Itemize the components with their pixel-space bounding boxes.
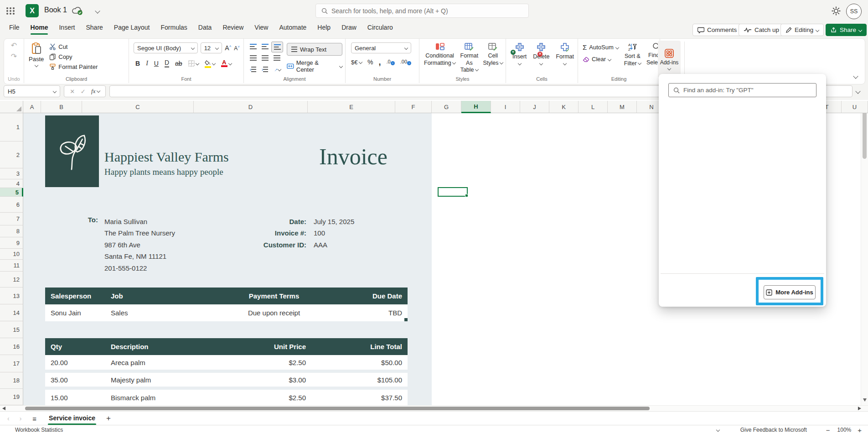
column-header-A[interactable]: A <box>23 101 41 113</box>
column-header-B[interactable]: B <box>41 101 82 113</box>
column-header-J[interactable]: J <box>520 101 549 113</box>
comments-button[interactable]: Comments <box>692 24 742 36</box>
row-header-12[interactable]: 12 <box>0 272 23 288</box>
conditional-formatting-button[interactable]: ConditionalFormatting <box>424 42 455 74</box>
row-header-8[interactable]: 8 <box>0 225 23 237</box>
insert-function-button[interactable]: fx <box>91 88 100 95</box>
selected-cell-h5[interactable] <box>438 187 468 197</box>
add-in-search-input[interactable]: Find an add-in: Try "GPT" <box>668 83 816 97</box>
global-search-input[interactable]: Search for tools, help, and more (Alt + … <box>315 4 529 18</box>
zoom-out-button[interactable]: − <box>826 426 830 434</box>
column-header-U[interactable]: U <box>842 101 868 113</box>
sheet-tab-service-invoice[interactable]: Service invoice <box>48 413 96 425</box>
menu-tab-page-layout[interactable]: Page Layout <box>108 21 155 34</box>
row-header-10[interactable]: 10 <box>0 249 23 260</box>
prev-sheet-arrow-icon[interactable]: ‹ <box>7 415 10 422</box>
status-bar-chevron-icon[interactable] <box>716 428 719 432</box>
shrink-font-icon[interactable]: A˅ <box>234 45 240 52</box>
column-header-D[interactable]: D <box>194 101 308 113</box>
more-add-ins-button[interactable]: More Add-ins <box>764 285 816 299</box>
vertical-scrollbar[interactable] <box>861 101 868 405</box>
paste-button[interactable]: Paste <box>29 42 44 70</box>
align-center-icon[interactable] <box>259 53 270 63</box>
menu-tab-review[interactable]: Review <box>217 21 249 34</box>
horizontal-scrollbar[interactable] <box>0 405 868 412</box>
menu-tab-draw[interactable]: Draw <box>336 21 362 34</box>
column-header-H[interactable]: H <box>461 101 491 113</box>
select-all-corner[interactable] <box>0 101 23 113</box>
row-header-6[interactable]: 6 <box>0 197 23 213</box>
add-ins-button[interactable]: Add-ins <box>658 41 681 78</box>
scroll-right-arrow-icon[interactable] <box>858 407 861 410</box>
currency-format-button[interactable]: $€ <box>351 59 362 66</box>
copy-button[interactable]: Copy <box>49 53 98 60</box>
excel-logo-icon[interactable]: X <box>26 4 39 17</box>
row-header-11[interactable]: 11 <box>0 260 23 272</box>
column-header-I[interactable]: I <box>491 101 520 113</box>
menu-tab-data[interactable]: Data <box>193 21 217 34</box>
column-header-G[interactable]: G <box>432 101 461 113</box>
clear-button[interactable]: Clear <box>583 56 619 63</box>
zoom-level[interactable]: 100% <box>837 427 852 433</box>
strikethrough-button[interactable]: ab <box>175 60 182 67</box>
menu-tab-formulas[interactable]: Formulas <box>155 21 192 34</box>
scroll-down-arrow-icon[interactable] <box>863 398 867 402</box>
row-header-14[interactable]: 14 <box>0 304 23 321</box>
decrease-indent-icon[interactable]: ‹ <box>248 64 258 74</box>
menu-tab-share[interactable]: Share <box>80 21 108 34</box>
menu-tab-home[interactable]: Home <box>25 21 54 34</box>
menu-tab-insert[interactable]: Insert <box>53 21 80 34</box>
cancel-icon[interactable]: ✕ <box>70 88 75 95</box>
format-cells-button[interactable]: Format <box>556 42 574 68</box>
align-left-icon[interactable] <box>248 53 258 63</box>
format-painter-button[interactable]: Format Painter <box>49 63 98 70</box>
row-header-3[interactable]: 3 <box>0 168 23 179</box>
column-header-L[interactable]: L <box>579 101 608 113</box>
double-underline-button[interactable]: D <box>165 59 169 68</box>
autosum-button[interactable]: Σ AutoSum <box>583 43 619 51</box>
row-header-4[interactable]: 4 <box>0 179 23 188</box>
underline-button[interactable]: U <box>154 60 159 67</box>
column-header-M[interactable]: M <box>608 101 637 113</box>
font-name-select[interactable]: Segoe UI (Body) <box>134 42 198 53</box>
menu-tab-circularo[interactable]: Circularo <box>362 21 398 34</box>
vertical-scrollbar-thumb[interactable] <box>863 111 867 159</box>
column-header-F[interactable]: F <box>395 101 432 113</box>
percent-format-button[interactable]: % <box>367 58 373 66</box>
wrap-text-button[interactable]: Wrap Text <box>287 43 342 56</box>
font-size-select[interactable]: 12 <box>201 42 222 53</box>
add-sheet-button[interactable]: + <box>106 414 111 423</box>
increase-indent-icon[interactable]: › <box>259 64 270 74</box>
fill-handle[interactable] <box>465 194 468 197</box>
fill-color-button[interactable] <box>205 59 215 68</box>
column-header-C[interactable]: C <box>82 101 194 113</box>
catch-up-button[interactable]: Catch up <box>739 24 784 36</box>
column-header-E[interactable]: E <box>308 101 395 113</box>
bold-button[interactable]: B <box>135 60 140 67</box>
row-header-17[interactable]: 17 <box>0 355 23 372</box>
text-orientation-icon[interactable]: → <box>271 64 282 74</box>
delete-cells-button[interactable]: ✕ Delete <box>533 42 549 68</box>
row-header-5[interactable]: 5 <box>0 188 23 197</box>
editing-mode-button[interactable]: Editing <box>780 24 824 36</box>
number-format-select[interactable]: General <box>351 42 411 53</box>
increase-decimal-button[interactable]: .00› <box>400 59 411 65</box>
format-as-table-button[interactable]: Format AsTable <box>460 42 478 74</box>
align-bottom-icon[interactable] <box>271 42 283 52</box>
scroll-left-arrow-icon[interactable] <box>2 407 5 410</box>
row-header-13[interactable]: 13 <box>0 288 23 304</box>
settings-gear-icon[interactable] <box>831 6 841 16</box>
merge-center-button[interactable]: Merge & Center <box>287 59 342 73</box>
table-resize-handle[interactable] <box>404 318 408 321</box>
name-box[interactable]: H5 <box>4 85 60 97</box>
feedback-link[interactable]: Give Feedback to Microsoft <box>740 427 807 433</box>
next-sheet-arrow-icon[interactable]: › <box>20 415 22 422</box>
row-header-2[interactable]: 2 <box>0 141 23 168</box>
row-header-15[interactable]: 15 <box>0 321 23 338</box>
row-header-7[interactable]: 7 <box>0 213 23 225</box>
insert-cells-button[interactable]: + Insert <box>512 42 527 68</box>
zoom-in-button[interactable]: + <box>858 426 862 434</box>
share-button[interactable]: Share <box>826 24 867 36</box>
cut-button[interactable]: Cut <box>49 43 98 50</box>
horizontal-scrollbar-thumb[interactable] <box>25 407 650 410</box>
